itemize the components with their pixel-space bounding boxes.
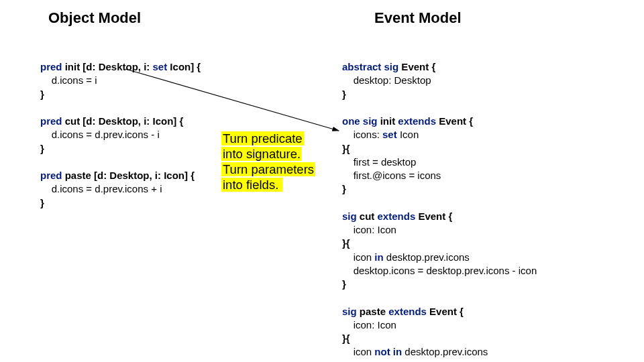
code-brace: } bbox=[342, 278, 346, 290]
code-text: cut bbox=[357, 210, 378, 222]
code-text: icon bbox=[342, 251, 374, 263]
code-text: desktop.icons = desktop.prev.icons - ico… bbox=[342, 265, 537, 276]
kw-set: set bbox=[382, 129, 397, 140]
code-text: icon bbox=[342, 346, 374, 357]
kw-sig: sig bbox=[342, 210, 357, 222]
code-text: cut [d: Desktop, i: Icon] { bbox=[62, 115, 184, 127]
code-text: Event { bbox=[436, 115, 473, 127]
kw-set: set bbox=[153, 61, 168, 72]
code-text: Icon] { bbox=[167, 61, 201, 72]
slide: Object Model Event Model pred init [d: D… bbox=[0, 0, 644, 362]
heading-object-model: Object Model bbox=[48, 9, 141, 27]
code-brace: }{ bbox=[342, 237, 350, 249]
code-text: desktop.icons = desktop.prev.icons + ico… bbox=[342, 360, 539, 363]
kw-not-in: not in bbox=[374, 346, 402, 357]
code-text: desktop: Desktop bbox=[342, 74, 431, 86]
kw-one-sig: one sig bbox=[342, 115, 378, 127]
code-text: desktop.prev.icons bbox=[402, 346, 488, 357]
code-text: first.@icons = icons bbox=[342, 170, 441, 181]
kw-extends: extends bbox=[378, 210, 416, 222]
kw-pred: pred bbox=[40, 170, 62, 181]
kw-pred: pred bbox=[40, 115, 62, 127]
code-text: Icon bbox=[397, 129, 419, 140]
kw-abstract-sig: abstract sig bbox=[342, 61, 398, 72]
heading-event-model: Event Model bbox=[374, 9, 462, 27]
callout-line: into signature. bbox=[221, 147, 302, 161]
callout-line: into fields. bbox=[221, 178, 282, 192]
code-text: Event { bbox=[415, 210, 452, 222]
code-brace: } bbox=[40, 143, 44, 154]
code-text: d.icons = d.prev.icons - i bbox=[40, 129, 160, 140]
code-brace: }{ bbox=[342, 143, 350, 154]
code-text: d.icons = i bbox=[40, 74, 97, 86]
code-text: init [d: Desktop, i: bbox=[62, 61, 153, 72]
code-text: icons: bbox=[342, 129, 382, 140]
code-text: init bbox=[378, 115, 398, 127]
code-object-model: pred init [d: Desktop, i: set Icon] { d.… bbox=[40, 60, 228, 210]
kw-extends: extends bbox=[398, 115, 436, 127]
code-text: desktop.prev.icons bbox=[384, 251, 470, 263]
code-brace: } bbox=[342, 88, 346, 100]
code-text: paste bbox=[357, 306, 389, 317]
code-text: paste [d: Desktop, i: Icon] { bbox=[62, 170, 195, 181]
callout-turn-predicate: Turn predicate into signature. Turn para… bbox=[221, 131, 332, 193]
kw-in: in bbox=[374, 251, 383, 263]
code-text: icon: Icon bbox=[342, 224, 396, 235]
kw-extends: extends bbox=[388, 306, 427, 317]
code-brace: }{ bbox=[342, 333, 350, 344]
kw-pred: pred bbox=[40, 61, 62, 72]
code-text: d.icons = d.prev.icons + i bbox=[40, 183, 162, 194]
code-text: first = desktop bbox=[342, 156, 416, 168]
code-text: icon: Icon bbox=[342, 319, 396, 330]
code-brace: } bbox=[40, 197, 44, 208]
code-event-model: abstract sig Event { desktop: Desktop } … bbox=[342, 60, 631, 362]
callout-line: Turn predicate bbox=[221, 131, 304, 145]
kw-sig: sig bbox=[342, 306, 357, 317]
code-brace: } bbox=[342, 183, 346, 194]
code-text: Event { bbox=[427, 306, 464, 317]
code-brace: } bbox=[40, 88, 44, 100]
callout-line: Turn parameters bbox=[221, 162, 315, 176]
code-text: Event { bbox=[398, 61, 435, 72]
